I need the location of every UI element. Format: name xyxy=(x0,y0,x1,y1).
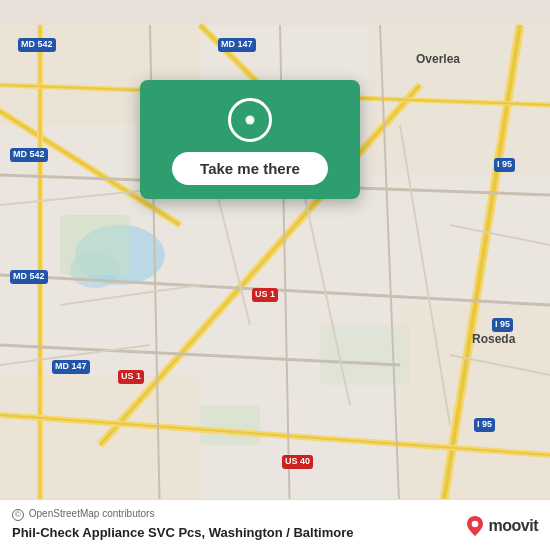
label-overlea: Overlea xyxy=(416,52,460,66)
map-container: MD 542 MD 542 MD 542 MD MD 147 MD 147 US… xyxy=(0,0,550,550)
osm-text: OpenStreetMap contributors xyxy=(29,508,155,519)
road-badge-md542-3: MD 542 xyxy=(10,270,48,284)
road-badge-md147-1: MD 147 xyxy=(218,38,256,52)
popup-card: Take me there xyxy=(140,80,360,199)
road-badge-us1-2: US 1 xyxy=(118,370,144,384)
svg-point-40 xyxy=(248,118,253,123)
road-badge-i95-3: I 95 xyxy=(474,418,495,432)
svg-rect-5 xyxy=(320,325,410,385)
svg-rect-4 xyxy=(200,405,260,445)
place-name: Phil-Check Appliance SVC Pcs, Washington… xyxy=(12,525,538,540)
moovit-logo: moovit xyxy=(465,516,538,536)
road-badge-md542-2: MD 542 xyxy=(10,148,48,162)
moovit-text: moovit xyxy=(489,517,538,535)
road-badge-i95-1: I 95 xyxy=(494,158,515,172)
label-roseda: Roseda xyxy=(472,332,515,346)
moovit-pin-icon xyxy=(465,516,485,536)
svg-rect-3 xyxy=(60,215,130,275)
svg-point-41 xyxy=(471,521,478,528)
road-badge-md542-1: MD 542 xyxy=(18,38,56,52)
road-badge-us40: US 40 xyxy=(282,455,313,469)
take-me-there-button[interactable]: Take me there xyxy=(172,152,328,185)
road-badge-us1-1: US 1 xyxy=(252,288,278,302)
copyright-icon: © xyxy=(12,509,24,521)
road-badge-i95-2: I 95 xyxy=(492,318,513,332)
osm-credit: © OpenStreetMap contributors xyxy=(12,508,538,521)
location-pin xyxy=(228,98,272,142)
road-badge-md147-2: MD 147 xyxy=(52,360,90,374)
